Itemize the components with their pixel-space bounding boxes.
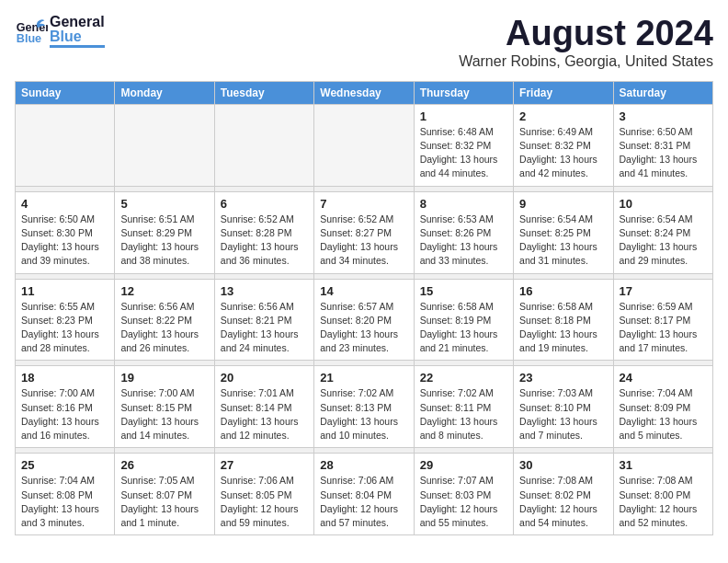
day-number: 8 <box>420 197 507 211</box>
calendar-cell: 8Sunrise: 6:53 AM Sunset: 8:26 PM Daylig… <box>414 191 513 273</box>
logo-text: General Blue <box>50 15 105 48</box>
calendar-cell: 28Sunrise: 7:06 AM Sunset: 8:04 PM Dayli… <box>314 454 414 535</box>
month-title: August 2024 <box>459 15 713 53</box>
calendar-cell: 10Sunrise: 6:54 AM Sunset: 8:24 PM Dayli… <box>613 191 712 273</box>
title-block: August 2024 Warner Robins, Georgia, Unit… <box>459 15 713 70</box>
calendar-cell: 13Sunrise: 6:56 AM Sunset: 8:21 PM Dayli… <box>214 279 313 361</box>
day-info: Sunrise: 6:53 AM Sunset: 8:26 PM Dayligh… <box>420 213 507 269</box>
day-number: 15 <box>420 284 507 298</box>
day-number: 17 <box>620 284 707 298</box>
weekday-header-monday: Monday <box>115 81 214 104</box>
day-info: Sunrise: 7:08 AM Sunset: 8:00 PM Dayligh… <box>620 474 707 530</box>
day-number: 27 <box>221 458 308 472</box>
calendar-cell: 1Sunrise: 6:48 AM Sunset: 8:32 PM Daylig… <box>414 104 513 186</box>
day-number: 12 <box>120 284 208 298</box>
day-number: 13 <box>221 284 308 298</box>
day-info: Sunrise: 7:02 AM Sunset: 8:11 PM Dayligh… <box>420 386 507 442</box>
page-header: General Blue General Blue August 2024 Wa… <box>15 15 713 70</box>
day-number: 9 <box>519 197 607 211</box>
day-number: 30 <box>519 458 607 472</box>
day-info: Sunrise: 6:52 AM Sunset: 8:28 PM Dayligh… <box>221 213 308 269</box>
calendar-cell <box>115 104 214 186</box>
day-number: 7 <box>320 197 407 211</box>
day-info: Sunrise: 6:57 AM Sunset: 8:20 PM Dayligh… <box>320 300 407 356</box>
day-number: 24 <box>620 371 707 385</box>
logo-blue-text: Blue <box>50 29 105 44</box>
day-info: Sunrise: 7:06 AM Sunset: 8:04 PM Dayligh… <box>320 474 407 530</box>
day-info: Sunrise: 6:52 AM Sunset: 8:27 PM Dayligh… <box>320 213 407 269</box>
day-number: 11 <box>21 284 108 298</box>
calendar-week-row: 4Sunrise: 6:50 AM Sunset: 8:30 PM Daylig… <box>16 191 713 273</box>
day-info: Sunrise: 6:49 AM Sunset: 8:32 PM Dayligh… <box>519 125 607 181</box>
day-info: Sunrise: 7:04 AM Sunset: 8:08 PM Dayligh… <box>21 474 108 530</box>
calendar-cell: 21Sunrise: 7:02 AM Sunset: 8:13 PM Dayli… <box>314 366 414 448</box>
calendar-cell: 16Sunrise: 6:58 AM Sunset: 8:18 PM Dayli… <box>514 279 613 361</box>
day-number: 19 <box>120 371 208 385</box>
day-number: 3 <box>620 109 707 123</box>
calendar-cell: 14Sunrise: 6:57 AM Sunset: 8:20 PM Dayli… <box>314 279 414 361</box>
weekday-header-tuesday: Tuesday <box>214 81 313 104</box>
calendar-cell: 18Sunrise: 7:00 AM Sunset: 8:16 PM Dayli… <box>16 366 115 448</box>
day-info: Sunrise: 7:04 AM Sunset: 8:09 PM Dayligh… <box>620 386 707 442</box>
day-info: Sunrise: 7:07 AM Sunset: 8:03 PM Dayligh… <box>420 474 507 530</box>
day-number: 6 <box>221 197 308 211</box>
logo-underline <box>50 45 105 48</box>
calendar-cell: 3Sunrise: 6:50 AM Sunset: 8:31 PM Daylig… <box>613 104 712 186</box>
day-info: Sunrise: 7:01 AM Sunset: 8:14 PM Dayligh… <box>221 386 308 442</box>
day-number: 26 <box>120 458 208 472</box>
day-info: Sunrise: 6:48 AM Sunset: 8:32 PM Dayligh… <box>420 125 507 181</box>
calendar-cell: 6Sunrise: 6:52 AM Sunset: 8:28 PM Daylig… <box>214 191 313 273</box>
day-info: Sunrise: 6:54 AM Sunset: 8:24 PM Dayligh… <box>620 213 707 269</box>
day-info: Sunrise: 7:06 AM Sunset: 8:05 PM Dayligh… <box>221 474 308 530</box>
calendar-cell: 20Sunrise: 7:01 AM Sunset: 8:14 PM Dayli… <box>214 366 313 448</box>
day-info: Sunrise: 6:50 AM Sunset: 8:30 PM Dayligh… <box>21 213 108 269</box>
day-number: 31 <box>620 458 707 472</box>
day-info: Sunrise: 7:05 AM Sunset: 8:07 PM Dayligh… <box>120 474 208 530</box>
day-info: Sunrise: 6:59 AM Sunset: 8:17 PM Dayligh… <box>620 300 707 356</box>
day-number: 10 <box>620 197 707 211</box>
calendar-cell: 19Sunrise: 7:00 AM Sunset: 8:15 PM Dayli… <box>115 366 214 448</box>
weekday-header-friday: Friday <box>514 81 613 104</box>
day-info: Sunrise: 6:56 AM Sunset: 8:21 PM Dayligh… <box>221 300 308 356</box>
calendar-week-row: 25Sunrise: 7:04 AM Sunset: 8:08 PM Dayli… <box>16 454 713 535</box>
logo: General Blue General Blue <box>15 15 105 48</box>
calendar-cell: 2Sunrise: 6:49 AM Sunset: 8:32 PM Daylig… <box>514 104 613 186</box>
day-info: Sunrise: 6:55 AM Sunset: 8:23 PM Dayligh… <box>21 300 108 356</box>
day-number: 16 <box>519 284 607 298</box>
logo-general-text: General <box>50 15 105 29</box>
calendar-table: SundayMondayTuesdayWednesdayThursdayFrid… <box>15 81 713 535</box>
day-info: Sunrise: 7:02 AM Sunset: 8:13 PM Dayligh… <box>320 386 407 442</box>
calendar-cell <box>314 104 414 186</box>
calendar-cell: 29Sunrise: 7:07 AM Sunset: 8:03 PM Dayli… <box>414 454 513 535</box>
calendar-cell: 5Sunrise: 6:51 AM Sunset: 8:29 PM Daylig… <box>115 191 214 273</box>
day-number: 5 <box>120 197 208 211</box>
day-number: 28 <box>320 458 407 472</box>
calendar-cell: 31Sunrise: 7:08 AM Sunset: 8:00 PM Dayli… <box>613 454 712 535</box>
day-info: Sunrise: 6:51 AM Sunset: 8:29 PM Dayligh… <box>120 213 208 269</box>
day-info: Sunrise: 7:03 AM Sunset: 8:10 PM Dayligh… <box>519 386 607 442</box>
day-number: 1 <box>420 109 507 123</box>
calendar-cell: 23Sunrise: 7:03 AM Sunset: 8:10 PM Dayli… <box>514 366 613 448</box>
calendar-cell: 25Sunrise: 7:04 AM Sunset: 8:08 PM Dayli… <box>16 454 115 535</box>
calendar-cell: 22Sunrise: 7:02 AM Sunset: 8:11 PM Dayli… <box>414 366 513 448</box>
calendar-cell: 4Sunrise: 6:50 AM Sunset: 8:30 PM Daylig… <box>16 191 115 273</box>
day-number: 14 <box>320 284 407 298</box>
calendar-week-row: 1Sunrise: 6:48 AM Sunset: 8:32 PM Daylig… <box>16 104 713 186</box>
day-info: Sunrise: 6:58 AM Sunset: 8:18 PM Dayligh… <box>519 300 607 356</box>
weekday-header-saturday: Saturday <box>613 81 712 104</box>
day-number: 21 <box>320 371 407 385</box>
day-number: 18 <box>21 371 108 385</box>
calendar-cell: 30Sunrise: 7:08 AM Sunset: 8:02 PM Dayli… <box>514 454 613 535</box>
day-info: Sunrise: 7:00 AM Sunset: 8:15 PM Dayligh… <box>120 386 208 442</box>
weekday-header-sunday: Sunday <box>16 81 115 104</box>
calendar-cell: 27Sunrise: 7:06 AM Sunset: 8:05 PM Dayli… <box>214 454 313 535</box>
calendar-week-row: 18Sunrise: 7:00 AM Sunset: 8:16 PM Dayli… <box>16 366 713 448</box>
calendar-cell <box>214 104 313 186</box>
calendar-cell <box>16 104 115 186</box>
day-number: 29 <box>420 458 507 472</box>
day-number: 23 <box>519 371 607 385</box>
day-info: Sunrise: 6:54 AM Sunset: 8:25 PM Dayligh… <box>519 213 607 269</box>
calendar-header-row: SundayMondayTuesdayWednesdayThursdayFrid… <box>16 81 713 104</box>
logo-icon: General Blue <box>15 15 48 48</box>
calendar-cell: 9Sunrise: 6:54 AM Sunset: 8:25 PM Daylig… <box>514 191 613 273</box>
